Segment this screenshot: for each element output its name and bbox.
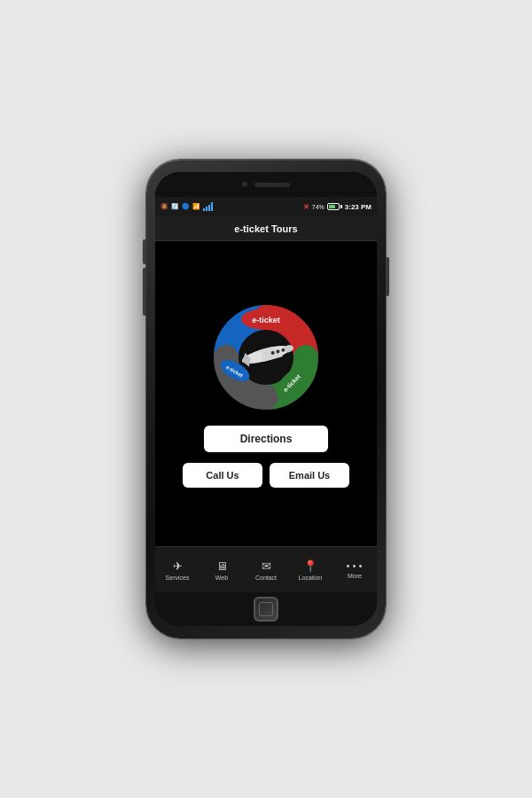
logo-area: e-ticket e-ticket e-ticket: [208, 300, 324, 415]
camera: [242, 182, 247, 187]
wifi-icon: 📶: [192, 203, 200, 210]
signal-bars: [203, 202, 213, 211]
phone-frame: 🔕 🔄 🔵 📶 ✕ 74%: [146, 160, 386, 638]
web-icon: 🖥: [216, 559, 228, 573]
nav-item-contact[interactable]: ✉ Contact: [244, 559, 288, 581]
directions-button[interactable]: Directions: [204, 426, 328, 452]
battery-percent: 74%: [312, 204, 325, 210]
screen: 🔕 🔄 🔵 📶 ✕ 74%: [155, 197, 377, 592]
services-label: Services: [166, 575, 190, 581]
nav-item-more[interactable]: ••• More: [332, 561, 377, 579]
phone-inner: 🔕 🔄 🔵 📶 ✕ 74%: [155, 172, 377, 626]
no-signal-icon: ✕: [303, 203, 309, 211]
home-button-inner: [259, 602, 273, 616]
svg-text:e-ticket: e-ticket: [252, 316, 280, 325]
main-content: e-ticket e-ticket e-ticket: [155, 241, 377, 546]
status-right: ✕ 74% 3:23 PM: [303, 203, 372, 211]
email-us-button[interactable]: Email Us: [270, 463, 349, 488]
contact-label: Contact: [255, 575, 277, 581]
nav-item-services[interactable]: ✈ Services: [155, 559, 200, 581]
bottom-nav: ✈ Services 🖥 Web ✉ Contact 📍 Location ••…: [155, 546, 377, 592]
home-button[interactable]: [254, 597, 278, 622]
contact-icon: ✉: [262, 559, 271, 573]
sync-icon: 🔄: [171, 203, 179, 210]
more-label: More: [348, 573, 362, 579]
status-bar: 🔕 🔄 🔵 📶 ✕ 74%: [155, 197, 377, 216]
logo-svg: e-ticket e-ticket e-ticket: [208, 300, 324, 415]
bluetooth-icon: 🔵: [182, 203, 190, 210]
location-label: Location: [299, 575, 322, 581]
silent-icon: 🔕: [160, 203, 168, 210]
app-title: e-ticket Tours: [234, 223, 297, 234]
phone-top-bar: [155, 172, 377, 197]
more-icon: •••: [345, 561, 364, 571]
status-time: 3:23 PM: [345, 203, 372, 211]
action-buttons-row: Call Us Email Us: [183, 463, 349, 488]
speaker: [254, 183, 290, 187]
phone-bottom-bar: [155, 592, 377, 626]
nav-item-web[interactable]: 🖥 Web: [200, 559, 244, 581]
location-icon: 📍: [303, 559, 317, 573]
app-bar: e-ticket Tours: [155, 216, 377, 241]
services-icon: ✈: [173, 559, 183, 573]
battery-icon: [327, 203, 342, 210]
status-left-icons: 🔕 🔄 🔵 📶: [160, 202, 213, 211]
web-label: Web: [215, 575, 228, 581]
call-us-button[interactable]: Call Us: [183, 463, 262, 488]
nav-item-location[interactable]: 📍 Location: [288, 559, 332, 581]
